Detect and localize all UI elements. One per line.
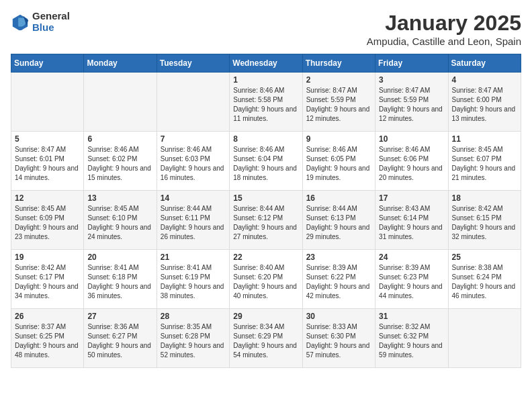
calendar-cell: 5Sunrise: 8:47 AM Sunset: 6:01 PM Daylig…	[11, 132, 84, 191]
day-number: 30	[306, 312, 371, 321]
day-number: 9	[306, 134, 371, 144]
day-number: 10	[379, 134, 444, 144]
day-content: Sunrise: 8:46 AM Sunset: 6:06 PM Dayligh…	[379, 145, 444, 183]
day-content: Sunrise: 8:42 AM Sunset: 6:17 PM Dayligh…	[15, 263, 80, 301]
day-content: Sunrise: 8:47 AM Sunset: 6:01 PM Dayligh…	[15, 145, 80, 183]
calendar-cell: 31Sunrise: 8:32 AM Sunset: 6:32 PM Dayli…	[375, 309, 448, 368]
day-content: Sunrise: 8:47 AM Sunset: 5:59 PM Dayligh…	[306, 86, 371, 124]
day-content: Sunrise: 8:37 AM Sunset: 6:25 PM Dayligh…	[15, 322, 80, 360]
day-header-sunday: Sunday	[11, 54, 84, 73]
day-content: Sunrise: 8:42 AM Sunset: 6:15 PM Dayligh…	[452, 204, 517, 242]
calendar-cell: 19Sunrise: 8:42 AM Sunset: 6:17 PM Dayli…	[11, 250, 84, 309]
day-content: Sunrise: 8:44 AM Sunset: 6:12 PM Dayligh…	[233, 204, 298, 242]
calendar-cell: 28Sunrise: 8:35 AM Sunset: 6:28 PM Dayli…	[157, 309, 229, 368]
calendar-cell: 7Sunrise: 8:46 AM Sunset: 6:03 PM Daylig…	[157, 132, 229, 191]
day-content: Sunrise: 8:33 AM Sunset: 6:30 PM Dayligh…	[306, 322, 371, 360]
calendar-cell: 13Sunrise: 8:45 AM Sunset: 6:10 PM Dayli…	[84, 191, 157, 250]
day-content: Sunrise: 8:34 AM Sunset: 6:29 PM Dayligh…	[233, 322, 298, 360]
day-content: Sunrise: 8:35 AM Sunset: 6:28 PM Dayligh…	[161, 322, 226, 360]
calendar-cell: 18Sunrise: 8:42 AM Sunset: 6:15 PM Dayli…	[448, 191, 521, 250]
day-number: 24	[379, 253, 444, 262]
calendar-cell	[84, 73, 157, 132]
day-header-saturday: Saturday	[448, 54, 521, 73]
day-header-thursday: Thursday	[302, 54, 375, 73]
day-number: 27	[87, 312, 152, 321]
calendar-cell: 14Sunrise: 8:44 AM Sunset: 6:11 PM Dayli…	[157, 191, 229, 250]
logo-blue-text: Blue	[32, 22, 70, 34]
day-content: Sunrise: 8:45 AM Sunset: 6:10 PM Dayligh…	[87, 204, 152, 242]
calendar-week-row: 26Sunrise: 8:37 AM Sunset: 6:25 PM Dayli…	[11, 309, 521, 368]
calendar-cell: 6Sunrise: 8:46 AM Sunset: 6:02 PM Daylig…	[84, 132, 157, 191]
day-content: Sunrise: 8:41 AM Sunset: 6:18 PM Dayligh…	[87, 263, 152, 301]
calendar-cell: 11Sunrise: 8:45 AM Sunset: 6:07 PM Dayli…	[448, 132, 521, 191]
day-content: Sunrise: 8:45 AM Sunset: 6:09 PM Dayligh…	[15, 204, 80, 242]
day-number: 25	[452, 253, 517, 262]
page-header: General Blue January 2025 Ampudia, Casti…	[11, 11, 521, 47]
day-content: Sunrise: 8:32 AM Sunset: 6:32 PM Dayligh…	[379, 322, 444, 360]
day-number: 6	[87, 134, 152, 144]
calendar-week-row: 5Sunrise: 8:47 AM Sunset: 6:01 PM Daylig…	[11, 132, 521, 191]
calendar-cell: 15Sunrise: 8:44 AM Sunset: 6:12 PM Dayli…	[230, 191, 302, 250]
title-block: January 2025 Ampudia, Castille and Leon,…	[367, 11, 521, 47]
day-number: 3	[379, 75, 444, 85]
calendar-cell	[157, 73, 229, 132]
day-number: 28	[161, 312, 226, 321]
day-header-friday: Friday	[375, 54, 448, 73]
day-content: Sunrise: 8:36 AM Sunset: 6:27 PM Dayligh…	[87, 322, 152, 360]
calendar-cell: 25Sunrise: 8:38 AM Sunset: 6:24 PM Dayli…	[448, 250, 521, 309]
day-number: 22	[233, 253, 298, 262]
day-number: 7	[161, 134, 226, 144]
calendar-cell: 8Sunrise: 8:46 AM Sunset: 6:04 PM Daylig…	[230, 132, 302, 191]
day-content: Sunrise: 8:46 AM Sunset: 6:03 PM Dayligh…	[161, 145, 226, 183]
calendar-cell: 27Sunrise: 8:36 AM Sunset: 6:27 PM Dayli…	[84, 309, 157, 368]
day-content: Sunrise: 8:47 AM Sunset: 5:59 PM Dayligh…	[379, 86, 444, 124]
day-content: Sunrise: 8:44 AM Sunset: 6:11 PM Dayligh…	[161, 204, 226, 242]
day-number: 23	[306, 253, 371, 262]
day-number: 1	[233, 75, 298, 85]
day-content: Sunrise: 8:46 AM Sunset: 5:58 PM Dayligh…	[233, 86, 298, 124]
month-title: January 2025	[367, 11, 521, 36]
calendar-cell: 3Sunrise: 8:47 AM Sunset: 5:59 PM Daylig…	[375, 73, 448, 132]
day-content: Sunrise: 8:44 AM Sunset: 6:13 PM Dayligh…	[306, 204, 371, 242]
day-number: 4	[452, 75, 517, 85]
day-number: 29	[233, 312, 298, 321]
calendar-week-row: 19Sunrise: 8:42 AM Sunset: 6:17 PM Dayli…	[11, 250, 521, 309]
day-number: 26	[15, 312, 80, 321]
day-number: 13	[87, 193, 152, 203]
calendar-cell: 26Sunrise: 8:37 AM Sunset: 6:25 PM Dayli…	[11, 309, 84, 368]
calendar-cell: 1Sunrise: 8:46 AM Sunset: 5:58 PM Daylig…	[230, 73, 302, 132]
calendar-table: SundayMondayTuesdayWednesdayThursdayFrid…	[11, 54, 521, 368]
day-content: Sunrise: 8:46 AM Sunset: 6:04 PM Dayligh…	[233, 145, 298, 183]
day-number: 16	[306, 193, 371, 203]
calendar-cell: 2Sunrise: 8:47 AM Sunset: 5:59 PM Daylig…	[302, 73, 375, 132]
calendar-week-row: 1Sunrise: 8:46 AM Sunset: 5:58 PM Daylig…	[11, 73, 521, 132]
calendar-cell	[11, 73, 84, 132]
day-content: Sunrise: 8:46 AM Sunset: 6:05 PM Dayligh…	[306, 145, 371, 183]
calendar-cell: 23Sunrise: 8:39 AM Sunset: 6:22 PM Dayli…	[302, 250, 375, 309]
day-number: 5	[15, 134, 80, 144]
day-content: Sunrise: 8:47 AM Sunset: 6:00 PM Dayligh…	[452, 86, 517, 124]
calendar-cell: 12Sunrise: 8:45 AM Sunset: 6:09 PM Dayli…	[11, 191, 84, 250]
day-content: Sunrise: 8:46 AM Sunset: 6:02 PM Dayligh…	[87, 145, 152, 183]
calendar-cell	[448, 309, 521, 368]
day-header-wednesday: Wednesday	[230, 54, 302, 73]
day-number: 18	[452, 193, 517, 203]
calendar-cell: 16Sunrise: 8:44 AM Sunset: 6:13 PM Dayli…	[302, 191, 375, 250]
day-content: Sunrise: 8:39 AM Sunset: 6:23 PM Dayligh…	[379, 263, 444, 301]
calendar-cell: 17Sunrise: 8:43 AM Sunset: 6:14 PM Dayli…	[375, 191, 448, 250]
day-number: 21	[161, 253, 226, 262]
location-title: Ampudia, Castille and Leon, Spain	[367, 36, 521, 47]
day-header-tuesday: Tuesday	[157, 54, 229, 73]
day-number: 19	[15, 253, 80, 262]
logo-icon	[11, 13, 30, 32]
calendar-cell: 22Sunrise: 8:40 AM Sunset: 6:20 PM Dayli…	[230, 250, 302, 309]
day-number: 20	[87, 253, 152, 262]
calendar-header-row: SundayMondayTuesdayWednesdayThursdayFrid…	[11, 54, 521, 73]
day-number: 8	[233, 134, 298, 144]
day-number: 31	[379, 312, 444, 321]
day-content: Sunrise: 8:45 AM Sunset: 6:07 PM Dayligh…	[452, 145, 517, 183]
logo-text: General Blue	[32, 11, 70, 33]
logo: General Blue	[11, 11, 70, 33]
day-content: Sunrise: 8:38 AM Sunset: 6:24 PM Dayligh…	[452, 263, 517, 301]
day-number: 17	[379, 193, 444, 203]
